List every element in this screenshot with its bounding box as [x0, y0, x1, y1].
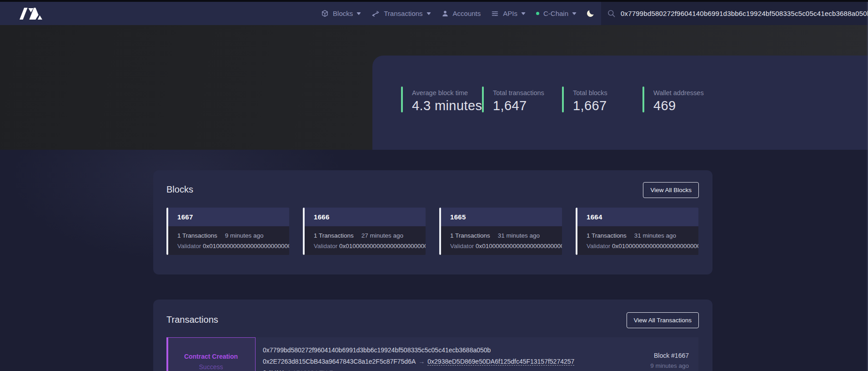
block-number[interactable]: 1667: [166, 208, 289, 226]
blocks-section: Blocks View All Blocks 1667 1 Transactio…: [153, 170, 712, 274]
avalanche-logo-icon: [20, 7, 42, 20]
nav-item-accounts[interactable]: Accounts: [442, 10, 481, 17]
block-card-1667[interactable]: 1667 1 Transactions9 minutes ago Validat…: [166, 208, 289, 255]
stat-accent-bar: [401, 86, 403, 112]
validator-address[interactable]: 0x010000000000000000000000...: [476, 243, 562, 249]
block-accent-bar: [303, 208, 305, 255]
transaction-block-link[interactable]: Block #1667: [617, 351, 689, 361]
transactions-section-title: Transactions: [166, 312, 218, 325]
block-time-ago: 31 minutes ago: [634, 232, 676, 239]
transaction-status-box: Contract Creation Success: [166, 337, 256, 371]
validator-address[interactable]: 0x010000000000000000000000...: [612, 243, 698, 249]
block-accent-bar: [166, 208, 168, 255]
transaction-type: Contract Creation: [184, 353, 238, 361]
transactions-section: Transactions View All Transactions Contr…: [153, 300, 712, 371]
person-icon: [442, 10, 449, 17]
stat-total-blocks: Total blocks 1,667: [562, 86, 607, 113]
chevron-down-icon: [521, 12, 526, 15]
window-top-edge: [0, 0, 868, 2]
block-accent-bar: [576, 208, 577, 255]
chevron-down-icon: [572, 12, 577, 15]
transaction-status: Success: [199, 363, 223, 371]
chevron-down-icon: [356, 12, 361, 15]
stat-accent-bar: [482, 86, 484, 112]
nav-item-label: Accounts: [453, 10, 481, 17]
main-content: Blocks View All Blocks 1667 1 Transactio…: [0, 150, 868, 371]
block-time-ago: 9 minutes ago: [225, 232, 264, 239]
navbar: Blocks Transactions Accounts APIs C-C: [0, 2, 868, 25]
avalanche-logo[interactable]: [20, 7, 42, 20]
stat-value: 469: [653, 98, 704, 113]
search-input-value: 0x7799bd580272f9604140b6991d3bb6c19924bf…: [621, 10, 868, 17]
stat-accent-bar: [562, 86, 564, 112]
search-input[interactable]: 0x7799bd580272f9604140b6991d3bb6c19924bf…: [601, 2, 868, 25]
nav-item-label: APIs: [503, 10, 517, 17]
validator-label: Validator: [177, 243, 201, 249]
block-accent-bar: [439, 208, 441, 255]
stat-value: 4.3 minutes: [412, 98, 482, 113]
block-card-row: 1667 1 Transactions9 minutes ago Validat…: [166, 208, 699, 255]
transaction-row[interactable]: Contract Creation Success 0x7799bd580272…: [166, 337, 698, 371]
block-tx-count: 1 Transactions: [450, 232, 490, 239]
swap-icon: [371, 10, 380, 17]
block-number[interactable]: 1665: [439, 208, 562, 226]
stat-label: Total transactions: [493, 88, 544, 97]
validator-label: Validator: [587, 243, 610, 249]
hero-section: Average block time 4.3 minutes Total tra…: [0, 25, 868, 150]
transaction-fee: 1.1718604 TX Fee: [287, 369, 340, 371]
transaction-amount: 0 AVAX: [263, 369, 284, 371]
view-all-blocks-button[interactable]: View All Blocks: [643, 182, 699, 198]
arrow-right-icon: →: [416, 358, 427, 365]
block-number[interactable]: 1666: [303, 208, 426, 226]
stat-value: 1,647: [493, 98, 544, 113]
stat-average-block-time: Average block time 4.3 minutes: [401, 86, 482, 113]
block-time-ago: 31 minutes ago: [498, 232, 540, 239]
stat-wallet-addresses: Wallet addresses 469: [642, 86, 704, 113]
nav-item-c-chain[interactable]: C-Chain: [536, 10, 577, 17]
transaction-hash[interactable]: 0x7799bd580272f9604140b6991d3bb6c19924bf…: [263, 346, 491, 354]
sliders-icon: [491, 10, 499, 17]
stat-accent-bar: [642, 86, 644, 112]
transaction-to-address[interactable]: 0x2938eD5D869e50DA6f125dfc45F13157f52742…: [427, 358, 574, 366]
stats-panel: Average block time 4.3 minutes Total tra…: [372, 56, 868, 150]
stat-value: 1,667: [573, 98, 607, 113]
cube-icon: [321, 10, 329, 17]
nav-item-label: Blocks: [333, 10, 353, 17]
stat-label: Average block time: [412, 88, 482, 97]
nav-item-blocks[interactable]: Blocks: [321, 10, 361, 17]
theme-toggle[interactable]: [586, 9, 595, 18]
transaction-details: 0x7799bd580272f9604140b6991d3bb6c19924bf…: [256, 337, 617, 371]
transaction-status-accent-bar: [166, 337, 168, 371]
nav-item-label: C-Chain: [543, 10, 568, 17]
block-card-1666[interactable]: 1666 1 Transactions27 minutes ago Valida…: [303, 208, 426, 255]
chevron-down-icon: [426, 12, 431, 15]
nav-item-transactions[interactable]: Transactions: [371, 10, 431, 17]
block-tx-count: 1 Transactions: [587, 232, 627, 239]
validator-address[interactable]: 0x010000000000000000000000...: [339, 243, 426, 249]
moon-icon: [586, 9, 595, 18]
block-tx-count: 1 Transactions: [314, 232, 354, 239]
transaction-from-address[interactable]: 0x2E7263d815CbB43a9647843C8a1e2F5c87F75d…: [263, 358, 416, 365]
validator-address[interactable]: 0x010000000000000000000000...: [203, 243, 289, 249]
block-time-ago: 27 minutes ago: [361, 232, 403, 239]
search-icon: [607, 9, 616, 18]
validator-label: Validator: [450, 243, 474, 249]
blocks-section-title: Blocks: [166, 182, 193, 195]
transaction-time-ago: 9 minutes ago: [617, 361, 689, 371]
scrollbar[interactable]: [867, 2, 868, 371]
stat-label: Wallet addresses: [653, 88, 704, 97]
validator-label: Validator: [314, 243, 337, 249]
nav-item-apis[interactable]: APIs: [491, 10, 526, 17]
stat-label: Total blocks: [573, 88, 607, 97]
block-card-1664[interactable]: 1664 1 Transactions31 minutes ago Valida…: [576, 208, 698, 255]
block-card-1665[interactable]: 1665 1 Transactions31 minutes ago Valida…: [439, 208, 562, 255]
view-all-transactions-button[interactable]: View All Transactions: [627, 312, 699, 328]
chain-status-dot-icon: [536, 12, 539, 15]
block-number[interactable]: 1664: [576, 208, 698, 226]
block-tx-count: 1 Transactions: [177, 232, 217, 239]
stat-total-transactions: Total transactions 1,647: [482, 86, 544, 113]
nav-item-label: Transactions: [384, 10, 422, 17]
